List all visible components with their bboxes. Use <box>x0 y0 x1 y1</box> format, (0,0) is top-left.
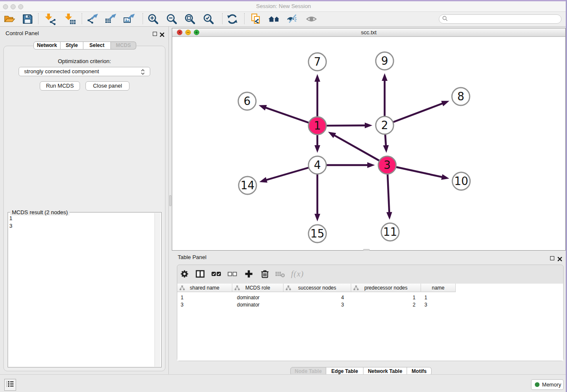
zoom-window-button[interactable] <box>18 4 23 9</box>
memory-status-dot <box>535 382 539 387</box>
network-view-window: × − + scc.txt 7968124314101511 <box>172 28 566 251</box>
edge-arrow-4-15 <box>314 214 320 221</box>
zoom-fit-icon[interactable] <box>183 12 197 26</box>
status-bar <box>0 374 567 392</box>
clone-network-icon[interactable] <box>249 12 263 26</box>
zoom-out-icon[interactable] <box>165 12 179 26</box>
titlebar: Session: New Session <box>0 1 567 11</box>
control-panel-tab-select[interactable]: Select <box>83 41 111 50</box>
graph-node-label-6: 6 <box>244 95 251 108</box>
close-panel-button[interactable]: Close panel <box>85 81 129 91</box>
select-down-arrow <box>141 72 145 75</box>
table-cell: dominator <box>232 302 284 308</box>
task-list-icon <box>6 379 15 390</box>
network-close-button[interactable]: × <box>177 30 182 35</box>
column-header-predecessor-nodes[interactable]: predecessor nodes <box>351 284 421 292</box>
control-panel-float-button[interactable] <box>153 32 157 36</box>
edge-arrow-2-9 <box>382 73 388 81</box>
search-box[interactable] <box>439 14 561 24</box>
edge-arrow-1-7 <box>314 74 320 82</box>
export-image-icon[interactable] <box>122 12 136 26</box>
zoom-selected-icon[interactable] <box>202 12 215 26</box>
edge-arrow-1-2 <box>365 122 372 128</box>
selected-option: strongly connected component <box>24 68 99 75</box>
import-network-icon[interactable] <box>43 12 57 26</box>
graph-node-label-11: 11 <box>383 226 397 238</box>
table-header-filler <box>456 284 563 292</box>
vertical-splitter-handle[interactable] <box>169 195 171 206</box>
network-canvas[interactable]: 7968124314101511 <box>172 37 565 250</box>
import-table-icon[interactable] <box>63 12 77 26</box>
control-panel-tab-network[interactable]: Network <box>33 41 61 50</box>
toolbar-separator <box>38 13 39 24</box>
control-panel-close-icon[interactable] <box>160 31 165 39</box>
column-header-successor-nodes[interactable]: successor nodes <box>284 284 351 292</box>
gear-icon[interactable] <box>179 268 190 279</box>
network-window-titlebar[interactable]: × − + scc.txt <box>172 28 565 37</box>
mcds-result-box <box>8 212 162 367</box>
edge-2-8[interactable] <box>385 103 444 125</box>
edge-arrow-3-1 <box>328 132 336 138</box>
edge-arrow-3-10 <box>441 174 449 179</box>
table-cell: 2 <box>351 302 421 308</box>
graph-node-label-2: 2 <box>381 119 388 132</box>
window-title: Session: New Session <box>0 1 567 11</box>
table-panel-float-button[interactable] <box>550 256 554 260</box>
table-panel-close-icon[interactable] <box>557 256 562 263</box>
zoom-in-icon[interactable] <box>146 12 160 26</box>
unselect-all-icon[interactable] <box>226 268 238 279</box>
export-table-icon[interactable] <box>104 12 117 26</box>
split-columns-icon[interactable] <box>194 268 206 279</box>
export-network-icon[interactable] <box>85 12 99 26</box>
control-panel-tabs: NetworkStyleSelectMCDS <box>33 41 136 50</box>
select-all-icon[interactable] <box>210 268 222 279</box>
close-window-button[interactable] <box>3 4 8 9</box>
column-header-shared-name[interactable]: shared name <box>177 284 232 292</box>
delete-column-icon[interactable] <box>259 268 271 279</box>
table-cell: 3 <box>284 302 351 308</box>
table-cell: 1 <box>177 295 232 301</box>
graph-node-label-14: 14 <box>240 179 254 192</box>
edge-arrow-1-6 <box>259 105 267 110</box>
search-input[interactable] <box>449 15 561 23</box>
graph-node-label-8: 8 <box>457 90 465 103</box>
minimize-window-button[interactable] <box>11 4 16 9</box>
refresh-icon[interactable] <box>226 12 239 26</box>
task-history-button[interactable] <box>4 379 16 391</box>
edge-arrow-2-3 <box>383 145 389 153</box>
home-layout-icon[interactable] <box>267 12 281 26</box>
table-row[interactable]: 1dominator411 <box>177 294 563 301</box>
network-maximize-button[interactable]: + <box>194 30 199 35</box>
mcds-result-scrollbar[interactable] <box>154 213 160 367</box>
optimization-criterion-label: Optimization criterion: <box>0 58 169 64</box>
edge-arrow-4-14 <box>259 177 267 182</box>
horizontal-splitter-handle[interactable] <box>363 249 370 251</box>
hide-panel-icon[interactable] <box>286 12 299 26</box>
table-row[interactable]: 3dominator323 <box>177 301 563 308</box>
table-header-row: shared nameMCDS rolesuccessor nodesprede… <box>177 284 563 292</box>
save-session-icon[interactable] <box>21 12 34 26</box>
graph-node-label-15: 15 <box>310 227 324 240</box>
table-cell: 4 <box>284 295 351 301</box>
add-column-icon[interactable] <box>243 268 255 279</box>
control-panel-tab-mcds[interactable]: MCDS <box>111 41 136 50</box>
edge-arrow-4-3 <box>367 162 375 168</box>
show-panel-icon[interactable] <box>305 12 318 26</box>
table-cell: 3 <box>177 302 232 308</box>
column-header-MCDS-role[interactable]: MCDS role <box>232 284 284 292</box>
column-header-name[interactable]: name <box>421 284 456 292</box>
memory-button[interactable]: Memory <box>531 379 564 390</box>
optimization-criterion-select[interactable]: strongly connected component <box>19 67 150 76</box>
graph-node-label-9: 9 <box>381 55 388 67</box>
table-cell: 1 <box>421 295 456 301</box>
graph-node-label-10: 10 <box>454 175 468 188</box>
toolbar-separator <box>143 13 143 24</box>
open-session-icon[interactable] <box>3 12 16 26</box>
control-panel-title: Control Panel <box>6 30 39 36</box>
graph-node-label-7: 7 <box>314 55 321 68</box>
table-rows: 1dominator4113dominator323 <box>177 292 563 308</box>
network-minimize-button[interactable]: − <box>185 30 191 35</box>
run-mcds-button[interactable]: Run MCDS <box>40 81 80 91</box>
toolbar-separator <box>82 13 82 24</box>
control-panel-tab-style[interactable]: Style <box>61 41 83 50</box>
